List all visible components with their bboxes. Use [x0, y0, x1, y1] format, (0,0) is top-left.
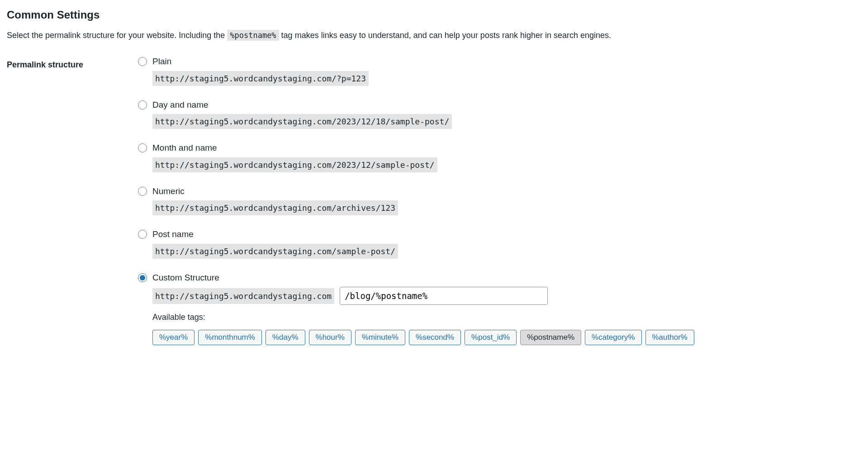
radio-numeric[interactable] — [138, 187, 147, 196]
description-text: Select the permalink structure for your … — [7, 29, 861, 42]
tag-year[interactable]: %year% — [152, 330, 194, 345]
description-part1: Select the permalink structure for your … — [7, 31, 227, 40]
tag-day[interactable]: %day% — [266, 330, 305, 345]
radio-day-name-label[interactable]: Day and name — [152, 99, 209, 112]
radio-custom-structure-label[interactable]: Custom Structure — [152, 271, 219, 285]
available-tags-label: Available tags: — [152, 311, 861, 323]
tag-minute[interactable]: %minute% — [355, 330, 405, 345]
url-month-name: http://staging5.wordcandystaging.com/202… — [152, 157, 437, 172]
permalink-structure-label: Permalink structure — [7, 55, 138, 71]
radio-day-name[interactable] — [138, 100, 147, 109]
tag-post-id[interactable]: %post_id% — [465, 330, 517, 345]
radio-month-name-label[interactable]: Month and name — [152, 142, 217, 155]
custom-structure-input[interactable] — [340, 287, 548, 305]
description-part2: tag makes links easy to understand, and … — [279, 31, 611, 40]
radio-custom-structure[interactable] — [138, 273, 147, 282]
available-tags-row: %year% %monthnum% %day% %hour% %minute% … — [152, 330, 861, 345]
permalink-structure-options: Plain http://staging5.wordcandystaging.c… — [138, 55, 861, 358]
url-day-name: http://staging5.wordcandystaging.com/202… — [152, 114, 452, 129]
tag-author[interactable]: %author% — [645, 330, 694, 345]
tag-category[interactable]: %category% — [585, 330, 641, 345]
radio-numeric-label[interactable]: Numeric — [152, 185, 185, 198]
radio-post-name-label[interactable]: Post name — [152, 228, 194, 241]
radio-plain-label[interactable]: Plain — [152, 55, 171, 68]
radio-post-name[interactable] — [138, 230, 147, 239]
custom-prefix: http://staging5.wordcandystaging.com — [152, 288, 334, 304]
tag-postname[interactable]: %postname% — [520, 330, 581, 345]
description-code: %postname% — [227, 30, 279, 41]
section-heading: Common Settings — [7, 7, 861, 23]
radio-plain[interactable] — [138, 57, 147, 66]
url-plain: http://staging5.wordcandystaging.com/?p=… — [152, 71, 369, 86]
tag-second[interactable]: %second% — [409, 330, 461, 345]
tag-hour[interactable]: %hour% — [309, 330, 351, 345]
url-numeric: http://staging5.wordcandystaging.com/arc… — [152, 200, 398, 215]
url-post-name: http://staging5.wordcandystaging.com/sam… — [152, 244, 398, 259]
tag-monthnum[interactable]: %monthnum% — [198, 330, 262, 345]
radio-month-name[interactable] — [138, 143, 147, 152]
